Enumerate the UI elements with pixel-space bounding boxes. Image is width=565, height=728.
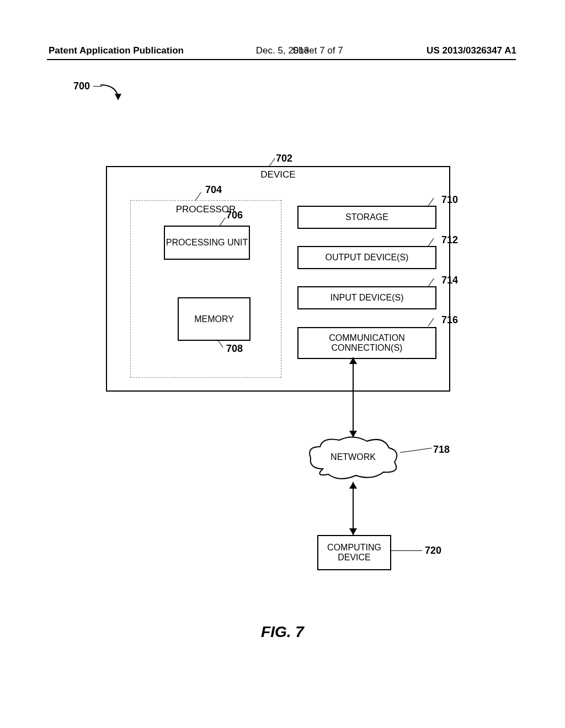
ref-702: 702 <box>276 153 292 164</box>
ref-708: 708 <box>226 343 243 355</box>
curved-arrow-icon <box>99 82 124 101</box>
communication-connections-box: COMMUNICATION CONNECTION(S) <box>297 327 436 359</box>
processor-label: PROCESSOR <box>131 204 281 215</box>
input-devices-label: INPUT DEVICE(S) <box>330 293 403 303</box>
input-devices-box: INPUT DEVICE(S) <box>297 286 436 309</box>
memory-box: MEMORY <box>178 297 250 341</box>
arrowhead-down-icon <box>349 528 357 535</box>
ref-700: 700 <box>73 81 90 92</box>
network-cloud: NETWORK <box>306 436 400 483</box>
memory-label: MEMORY <box>194 314 234 324</box>
lead-line <box>195 192 201 200</box>
lead-line <box>269 158 275 166</box>
network-label: NETWORK <box>306 452 400 462</box>
header-publication-type: Patent Application Publication <box>49 45 184 56</box>
header-sheet-number: Sheet 7 of 7 <box>292 45 343 56</box>
ref-712: 712 <box>441 234 458 246</box>
device-box: DEVICE PROCESSOR PROCESSING UNIT MEMORY … <box>106 166 450 392</box>
processing-unit-label: PROCESSING UNIT <box>166 238 248 248</box>
ref-704: 704 <box>205 184 222 196</box>
ref-718: 718 <box>433 444 450 456</box>
communication-connections-label: COMMUNICATION CONNECTION(S) <box>299 333 435 353</box>
arrowhead-up-icon <box>349 482 357 489</box>
processor-box: PROCESSOR PROCESSING UNIT MEMORY <box>130 200 281 378</box>
lead-line <box>428 197 434 206</box>
output-devices-label: OUTPUT DEVICE(S) <box>326 253 409 263</box>
ref-706: 706 <box>226 210 243 221</box>
lead-line <box>390 550 422 551</box>
device-label: DEVICE <box>107 169 449 180</box>
storage-box: STORAGE <box>297 206 436 229</box>
figure-label: FIG. 7 <box>0 623 565 641</box>
computing-device-box: COMPUTING DEVICE <box>317 535 391 570</box>
figure-7-diagram: 700 DEVICE PROCESSOR PROCESSING UNIT MEM… <box>0 77 565 607</box>
header-publication-number: US 2013/0326347 A1 <box>427 45 516 56</box>
page: Patent Application Publication Dec. 5, 2… <box>0 0 565 728</box>
storage-label: STORAGE <box>345 212 388 222</box>
ref-714: 714 <box>441 275 458 286</box>
page-header: Patent Application Publication Dec. 5, 2… <box>0 45 565 56</box>
lead-line <box>428 318 434 326</box>
processing-unit-box: PROCESSING UNIT <box>164 226 250 260</box>
lead-line <box>400 448 432 453</box>
ref-720: 720 <box>425 545 441 556</box>
connector-line <box>353 357 354 437</box>
ref-710: 710 <box>441 194 458 206</box>
svg-marker-0 <box>115 94 121 100</box>
connector-line <box>353 482 354 535</box>
lead-line <box>428 238 434 246</box>
output-devices-box: OUTPUT DEVICE(S) <box>297 246 436 269</box>
computing-device-label: COMPUTING DEVICE <box>318 543 390 563</box>
lead-line <box>428 278 434 286</box>
header-divider <box>47 59 516 60</box>
arrowhead-up-icon <box>349 357 357 364</box>
ref-716: 716 <box>441 314 458 326</box>
